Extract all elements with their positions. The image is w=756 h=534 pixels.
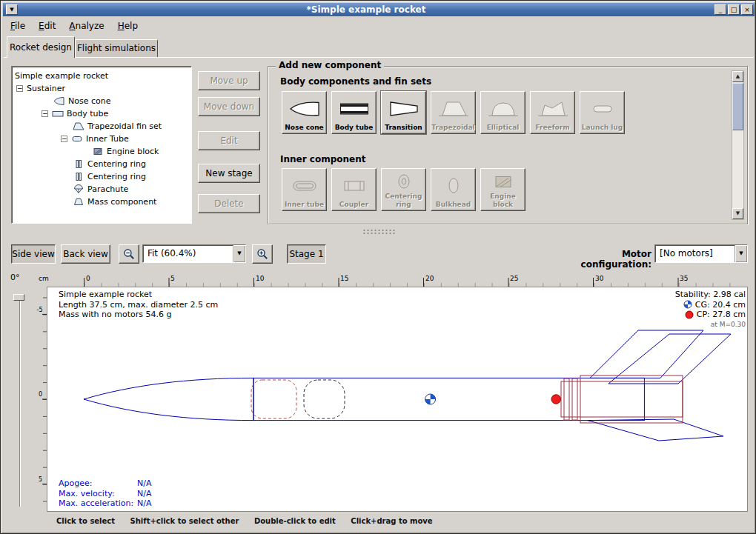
tree-item-sustainer[interactable]: −Sustainer bbox=[12, 82, 191, 95]
side-view-button[interactable]: Side view bbox=[11, 244, 56, 264]
edit-button[interactable]: Edit bbox=[198, 131, 260, 150]
menu-help[interactable]: Help bbox=[111, 19, 145, 33]
splitter-handle[interactable] bbox=[362, 229, 397, 234]
menu-analyze[interactable]: Analyze bbox=[62, 19, 110, 33]
zoom-dropdown-button[interactable]: ▼ bbox=[233, 245, 245, 262]
tree-item-mass-component[interactable]: Mass component bbox=[12, 196, 191, 208]
menu-edit-rest: dit bbox=[44, 21, 56, 31]
tree-item-label: Inner Tube bbox=[86, 134, 129, 144]
component-body-tube-button[interactable]: Body tube bbox=[331, 91, 377, 134]
motor-dropdown-button[interactable]: ▼ bbox=[735, 245, 747, 262]
chevron-down-icon: ▼ bbox=[237, 250, 241, 256]
cp-value: CP: 27.8 cm bbox=[697, 310, 746, 320]
back-view-button[interactable]: Back view bbox=[61, 244, 110, 264]
maximize-button[interactable]: □ bbox=[728, 4, 740, 15]
rotation-angle-label: 0° bbox=[10, 273, 20, 282]
collapse-icon[interactable]: − bbox=[42, 110, 48, 117]
tree-item-label: Mass component bbox=[87, 197, 156, 207]
cg-value: CG: 20.4 cm bbox=[695, 300, 746, 310]
component-coupler-button[interactable]: Coupler bbox=[331, 168, 377, 211]
rotation-slider-track[interactable] bbox=[19, 296, 21, 507]
palette-scrollbar[interactable]: ▲ ▼ bbox=[732, 70, 744, 220]
tree-item-body-tube[interactable]: − Body tube bbox=[12, 107, 191, 120]
zoom-in-button[interactable] bbox=[252, 244, 273, 264]
component-engine-block-button[interactable]: Engine block bbox=[480, 168, 525, 211]
add-component-group: Add new component Body components and fi… bbox=[268, 66, 748, 224]
component-tree[interactable]: Simple example rocket −Sustainer Nose co… bbox=[11, 66, 192, 224]
motor-configuration-select[interactable]: [No motors] ▼ bbox=[654, 244, 748, 263]
tree-item-centering-ring-1[interactable]: Centering ring bbox=[12, 158, 191, 170]
window-title: *Simple example rocket bbox=[19, 4, 713, 15]
apogee-label: Apogee: bbox=[59, 478, 137, 489]
component-elliptical-button[interactable]: Elliptical bbox=[480, 91, 525, 134]
hint-drag: Click+drag to move bbox=[351, 517, 432, 525]
scroll-down-button[interactable]: ▼ bbox=[732, 208, 743, 219]
maximize-icon: □ bbox=[731, 6, 737, 13]
cp-legend-icon bbox=[685, 310, 694, 319]
menu-edit[interactable]: Edit bbox=[32, 19, 62, 33]
titlebar[interactable]: ▼ *Simple example rocket _ □ × bbox=[3, 3, 755, 16]
hint-shift-click: Shift+click to select other bbox=[130, 517, 239, 525]
zoom-out-button[interactable] bbox=[119, 244, 139, 264]
delete-button[interactable]: Delete bbox=[198, 194, 260, 213]
tree-item-label: Centering ring bbox=[87, 159, 146, 169]
close-button[interactable]: × bbox=[741, 4, 753, 15]
svg-text:15: 15 bbox=[340, 275, 348, 282]
launch-lug-icon bbox=[586, 95, 619, 124]
tab-panel-divider bbox=[4, 57, 754, 58]
component-inner-tube-button[interactable]: Inner tube bbox=[282, 168, 327, 211]
move-up-button[interactable]: Move up bbox=[198, 71, 260, 90]
component-centering-ring-button[interactable]: Centering ring bbox=[381, 168, 426, 211]
tree-item-label: Parachute bbox=[87, 184, 128, 194]
engine-block-shape-icon bbox=[487, 172, 520, 193]
scroll-up-button[interactable]: ▲ bbox=[732, 71, 743, 82]
zoom-value: Fit (60.4%) bbox=[143, 245, 233, 262]
rocket-name: Simple example rocket bbox=[59, 290, 218, 300]
nose-cone-icon bbox=[53, 96, 65, 106]
menu-file-rest: ile bbox=[15, 21, 25, 31]
tree-item-parachute[interactable]: Parachute bbox=[12, 183, 191, 196]
svg-text:30: 30 bbox=[595, 275, 604, 282]
move-down-button[interactable]: Move down bbox=[198, 97, 260, 116]
ruler-unit-label: cm bbox=[39, 275, 49, 282]
mach-condition: at M=0.30 bbox=[711, 320, 746, 330]
scrollbar-thumb[interactable] bbox=[732, 83, 743, 130]
component-trapezoidal-button[interactable]: Trapezoidal bbox=[431, 91, 476, 134]
diagram-background[interactable] bbox=[47, 287, 748, 512]
new-stage-button[interactable]: New stage bbox=[198, 164, 260, 183]
inner-tube-icon bbox=[71, 134, 83, 144]
tree-item-label: Engine block bbox=[107, 147, 159, 156]
tree-item-label: Sustainer bbox=[27, 84, 65, 93]
collapse-icon[interactable]: − bbox=[16, 85, 23, 92]
cp-marker[interactable] bbox=[551, 395, 560, 404]
menu-file[interactable]: File bbox=[4, 19, 32, 33]
component-transition-button[interactable]: Transition bbox=[381, 91, 426, 134]
menu-edit-mnemonic: E bbox=[39, 21, 44, 31]
tab-flight-simulations[interactable]: Flight simulations bbox=[75, 39, 158, 58]
tree-item-trapezoidal-fin-set[interactable]: Trapezoidal fin set bbox=[12, 120, 191, 133]
scroll-down-icon: ▼ bbox=[736, 210, 740, 216]
minimize-button[interactable]: _ bbox=[714, 4, 726, 15]
cg-marker[interactable] bbox=[425, 394, 436, 404]
rotation-slider-handle[interactable] bbox=[13, 294, 24, 301]
tree-item-label: Trapezoidal fin set bbox=[87, 121, 162, 131]
tab-rocket-design[interactable]: Rocket design bbox=[7, 36, 75, 58]
collapse-icon[interactable]: − bbox=[61, 136, 67, 142]
zoom-select[interactable]: Fit (60.4%) ▼ bbox=[142, 244, 246, 263]
component-launch-lug-button[interactable]: Launch lug bbox=[580, 91, 625, 134]
max-velocity-label: Max. velocity: bbox=[59, 489, 137, 499]
body-tube-shape-icon bbox=[338, 95, 371, 124]
tree-item-centering-ring-2[interactable]: Centering ring bbox=[12, 170, 191, 183]
component-freeform-button[interactable]: Freeform bbox=[530, 91, 575, 134]
menu-analyze-rest: nalyze bbox=[76, 21, 105, 31]
component-nose-cone-button[interactable]: Nose cone bbox=[282, 91, 327, 134]
stage-1-toggle[interactable]: Stage 1 bbox=[287, 244, 326, 264]
tree-item-nose-cone[interactable]: Nose cone bbox=[12, 95, 191, 107]
component-bulkhead-button[interactable]: Bulkhead bbox=[431, 168, 476, 211]
tree-item-rocket[interactable]: Simple example rocket bbox=[12, 70, 191, 82]
tree-item-engine-block[interactable]: Engine block bbox=[12, 145, 191, 158]
tree-item-inner-tube[interactable]: − Inner Tube bbox=[12, 133, 191, 145]
window-menu-button[interactable]: ▼ bbox=[6, 4, 18, 15]
rocket-info: Simple example rocket Length 37.5 cm, ma… bbox=[59, 290, 218, 320]
centering-ring-icon bbox=[73, 159, 84, 169]
